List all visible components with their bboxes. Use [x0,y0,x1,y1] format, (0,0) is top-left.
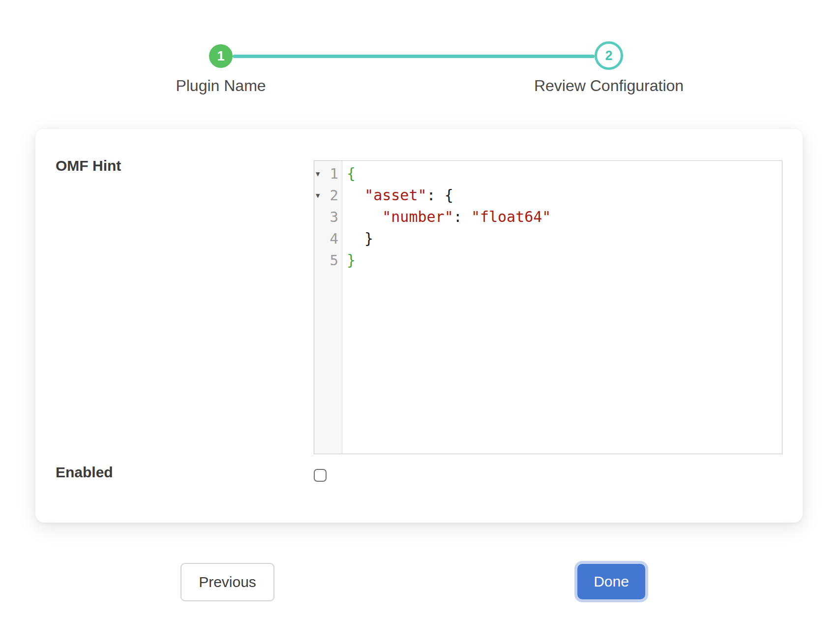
enabled-checkbox[interactable] [314,469,327,482]
close-brace-token: } [347,230,373,247]
stepper-connector-line [233,55,595,58]
editor-gutter: ▼ 1 ▼ 2 3 4 5 [314,161,342,454]
line-number: 2 [326,187,338,204]
colon-token: : [453,208,462,225]
code-line-2: "asset": { [347,185,782,206]
step-2-label: Review Configuration [534,77,684,95]
gutter-row: ▼ 1 [314,163,342,185]
gutter-row: ▼ 2 [314,185,342,206]
fold-arrow-icon[interactable]: ▼ [316,170,326,177]
step-1-circle[interactable]: 1 [209,44,233,68]
line-number: 5 [326,252,338,269]
line-number: 4 [326,230,338,247]
indent [347,186,364,204]
enabled-label: Enabled [56,464,113,481]
previous-button[interactable]: Previous [180,563,274,601]
done-button[interactable]: Done [577,564,645,599]
code-line-4: } [347,228,782,249]
code-content[interactable]: { "asset": { "number": "float64" } } [342,161,782,454]
line-number: 3 [326,209,338,225]
configuration-card: OMF Hint ▼ 1 ▼ 2 3 4 [35,129,803,523]
colon-token: : [427,186,436,204]
omf-hint-label: OMF Hint [56,157,121,174]
close-brace-token: } [347,251,356,269]
step-2-circle[interactable]: 2 [595,41,623,70]
open-brace-token: { [445,186,453,204]
code-line-3: "number": "float64" [347,206,782,228]
step-2-number: 2 [605,48,612,63]
previous-button-label: Previous [199,574,256,590]
omf-hint-code-editor: ▼ 1 ▼ 2 3 4 5 [314,160,782,454]
open-brace-token: { [347,165,356,182]
value-token: "float64" [471,208,551,225]
code-line-5: } [347,249,782,271]
fold-arrow-icon[interactable]: ▼ [316,192,326,199]
key-token: "number" [382,208,453,225]
gutter-row: 3 [314,206,342,228]
wizard-page: 1 Plugin Name 2 Review Configuration OMF… [0,0,840,620]
done-button-label: Done [594,573,629,590]
key-token: "asset" [364,186,426,204]
stepper-step-plugin-name: 1 Plugin Name [209,44,233,68]
gutter-row: 5 [314,249,342,271]
step-1-number: 1 [217,49,224,64]
space [436,186,445,204]
step-1-label: Plugin Name [176,77,266,95]
line-number: 1 [326,165,338,182]
space [462,208,471,225]
gutter-row: 4 [314,228,342,249]
code-line-1: { [347,163,782,185]
indent [347,208,382,225]
stepper-step-review-configuration: 2 Review Configuration [595,41,623,70]
